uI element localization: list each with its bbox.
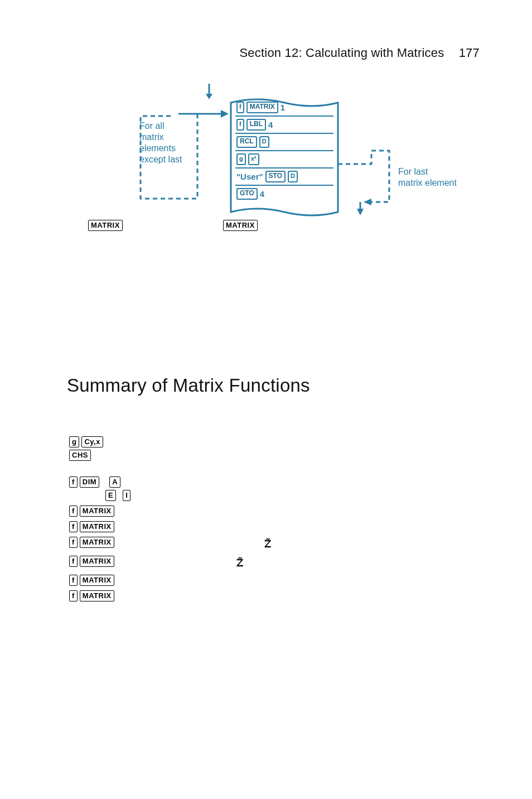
legend-row: E I bbox=[69, 490, 471, 501]
key-matrix: MATRIX bbox=[246, 102, 278, 113]
legend-row: f MATRIX bbox=[69, 521, 471, 532]
key-lbl: LBL bbox=[246, 119, 266, 131]
legend-row: f MATRIX bbox=[69, 506, 471, 517]
prog-line-4: g x² bbox=[235, 150, 333, 167]
arg-4: 4 bbox=[260, 189, 264, 199]
key-rcl: RCL bbox=[236, 136, 257, 148]
key-f: f bbox=[69, 521, 78, 532]
prog-line-6: GTO 4 bbox=[235, 185, 333, 202]
legend-row: CHS bbox=[69, 450, 471, 461]
legend-row: f MATRIX bbox=[69, 575, 471, 586]
section-title: Section 12: Calculating with Matrices bbox=[239, 46, 444, 60]
arg-4: 4 bbox=[268, 120, 273, 129]
key-f: f bbox=[69, 556, 78, 567]
key-gto: GTO bbox=[236, 188, 258, 200]
key-f: f bbox=[69, 476, 78, 488]
key-f: f bbox=[236, 102, 244, 113]
key-matrix: MATRIX bbox=[80, 575, 114, 586]
program-loop-diagram: f MATRIX 1 f LBL 4 RCL D g x² "User" STO… bbox=[61, 84, 474, 246]
key-f: f bbox=[69, 590, 78, 601]
z-tilde-symbol: Z̃ bbox=[236, 557, 243, 569]
key-f: f bbox=[236, 119, 244, 131]
prog-line-5: "User" STO D bbox=[235, 167, 333, 185]
prog-line-1: f MATRIX 1 bbox=[235, 99, 333, 115]
loop-dashed-path bbox=[138, 114, 231, 205]
key-chs: CHS bbox=[69, 450, 91, 461]
key-D: D bbox=[288, 171, 298, 182]
z-tilde-symbol: Z̃ bbox=[264, 538, 271, 550]
key-matrix: MATRIX bbox=[80, 537, 114, 548]
matrix-key-badge: MATRIX bbox=[223, 220, 258, 231]
prog-line-2: f LBL 4 bbox=[235, 115, 333, 133]
key-g: g bbox=[69, 436, 79, 447]
key-legend-list: g Cy,x CHS f DIM A E I bbox=[69, 436, 471, 606]
running-head: Section 12: Calculating with Matrices 17… bbox=[0, 46, 532, 60]
legend-row: f MATRIX bbox=[69, 590, 471, 601]
key-dim: DIM bbox=[80, 476, 99, 488]
legend-row: f DIM A bbox=[69, 476, 471, 488]
legend-row: f MATRIX Z̃ bbox=[69, 556, 471, 570]
matrix-key-badge: MATRIX bbox=[88, 220, 123, 231]
program-listing: f MATRIX 1 f LBL 4 RCL D g x² "User" STO… bbox=[235, 99, 333, 202]
prog-line-3: RCL D bbox=[235, 133, 333, 150]
key-xsq: x² bbox=[248, 153, 259, 165]
key-matrix: MATRIX bbox=[80, 521, 114, 532]
key-matrix: MATRIX bbox=[80, 506, 114, 517]
entry-arrow-icon bbox=[205, 84, 211, 99]
key-g: g bbox=[236, 153, 246, 165]
key-cyx: Cy,x bbox=[81, 436, 103, 447]
branch-dashed-path bbox=[338, 148, 399, 218]
legend-row: g Cy,x bbox=[69, 436, 471, 447]
key-matrix: MATRIX bbox=[80, 556, 114, 567]
key-D: D bbox=[259, 136, 269, 148]
key-sto: STO bbox=[265, 171, 286, 182]
user-label: "User" bbox=[236, 172, 263, 181]
arg-1: 1 bbox=[280, 103, 285, 112]
key-f: f bbox=[69, 537, 78, 548]
page-number: 177 bbox=[459, 46, 480, 60]
key-matrix: MATRIX bbox=[80, 590, 114, 601]
section-heading: Summary of Matrix Functions bbox=[67, 375, 310, 396]
key-f: f bbox=[69, 506, 78, 517]
key-I: I bbox=[123, 490, 130, 501]
key-A: A bbox=[109, 476, 120, 488]
right-annotation: For last matrix element bbox=[398, 166, 493, 189]
key-f: f bbox=[69, 575, 78, 586]
legend-row: f MATRIX Z̃ bbox=[69, 537, 471, 551]
key-E: E bbox=[105, 490, 116, 501]
